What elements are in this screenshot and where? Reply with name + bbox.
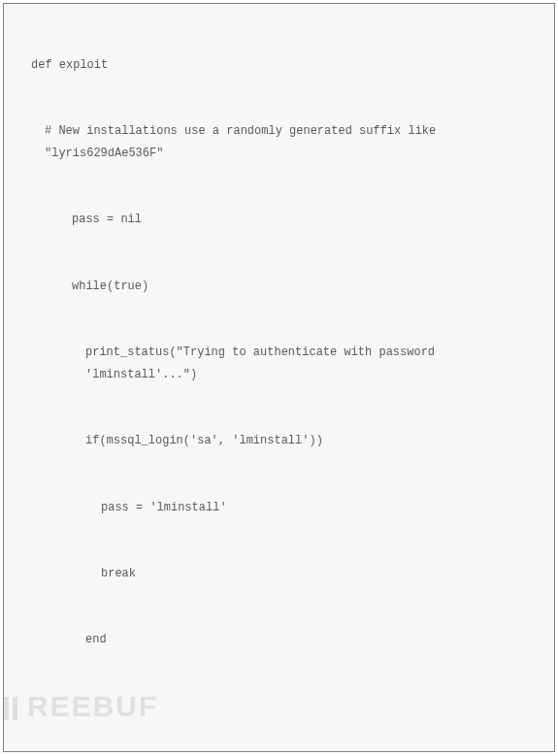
code-line: def exploit	[4, 54, 554, 77]
code-line: # New installations use a randomly gener…	[4, 120, 554, 165]
code-line: pass = 'lminstall'	[4, 497, 554, 519]
code-block: def exploit # New installations use a ra…	[4, 10, 554, 756]
blank-line	[4, 696, 554, 717]
code-line: pass = nil	[4, 209, 554, 231]
code-line: if(mssql_login('sa', 'lminstall'))	[4, 430, 554, 452]
code-line: while(true)	[4, 276, 554, 298]
code-line: break	[4, 563, 554, 585]
code-line: print_status("Trying to authenticate wit…	[4, 342, 554, 386]
code-line: end	[4, 629, 554, 651]
code-frame: def exploit # New installations use a ra…	[3, 3, 555, 752]
